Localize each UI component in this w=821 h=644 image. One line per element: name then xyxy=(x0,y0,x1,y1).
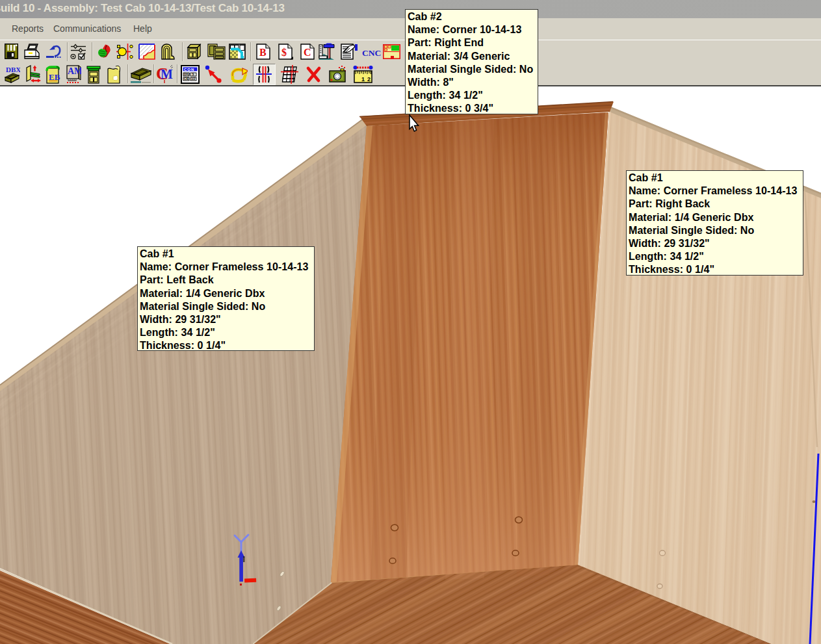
svg-text:DBX: DBX xyxy=(6,66,20,73)
svg-text:C: C xyxy=(304,47,311,58)
svg-text:1: 1 xyxy=(361,76,365,83)
svg-text:CIE: CIE xyxy=(184,77,189,81)
svg-text:S: S xyxy=(192,73,194,76)
svg-text:$: $ xyxy=(281,47,287,58)
svg-text:DX2: DX2 xyxy=(184,73,190,76)
svg-text:CON: CON xyxy=(184,68,194,71)
svg-text:B: B xyxy=(259,47,267,58)
svg-text:EB: EB xyxy=(49,72,60,82)
svg-text:2: 2 xyxy=(367,76,371,83)
svg-text:1/2: 1/2 xyxy=(191,77,196,81)
svg-text:AM: AM xyxy=(68,66,81,76)
svg-text:M: M xyxy=(161,67,173,81)
